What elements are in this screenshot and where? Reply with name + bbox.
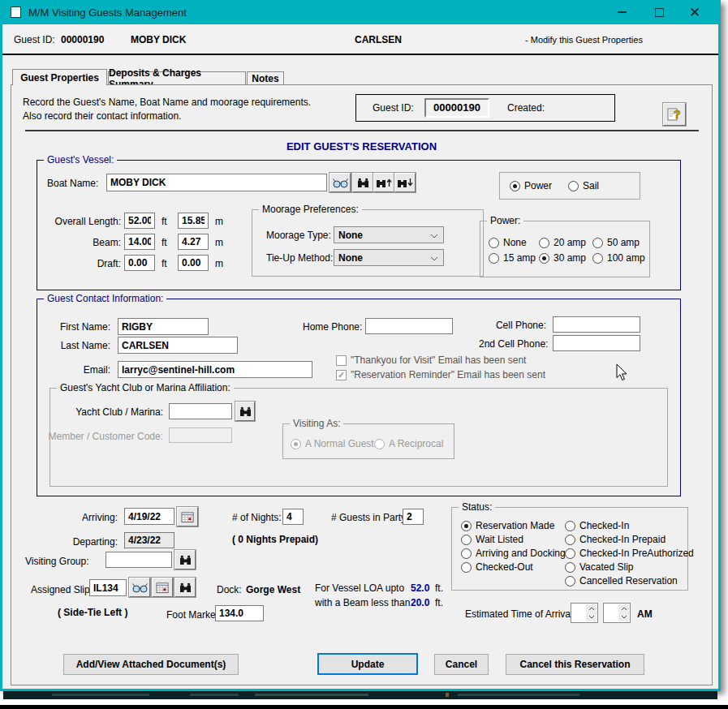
view-boat-button[interactable] [330, 173, 351, 192]
radio-status-vacated-slip[interactable]: Vacated Slip [565, 561, 634, 573]
last-name-input[interactable] [118, 337, 238, 354]
radio-power-30amp[interactable]: 30 amp [539, 252, 586, 264]
slip-calendar-button[interactable] [152, 578, 173, 597]
slip-view-button[interactable] [129, 578, 150, 597]
radio-status-arriving-docking[interactable]: Arriving and Docking [461, 548, 566, 559]
draft-label: Draft: [40, 258, 121, 269]
cell2-input[interactable] [553, 335, 640, 351]
radio-dot [568, 181, 579, 191]
power-group-label: Power: [487, 215, 523, 226]
maximize-button[interactable] [645, 0, 673, 24]
radio-sail[interactable]: Sail [568, 180, 599, 191]
yacht-club-search-button[interactable] [235, 402, 255, 421]
strip-mark [52, 694, 149, 696]
first-name-label: First Name: [37, 321, 110, 333]
radio-status-checked-in-preauthorized[interactable]: Checked-In PreAuthorized [565, 548, 694, 559]
length-m-input[interactable] [178, 213, 209, 229]
radio-dot [374, 439, 385, 449]
yacht-club-input[interactable] [169, 403, 232, 419]
beam-limit-unit: ft. [435, 597, 443, 608]
arriving-calendar-button[interactable] [177, 507, 198, 526]
radio-dot [592, 253, 603, 264]
arriving-input[interactable] [124, 508, 174, 525]
screen-edge-bar [0, 705, 728, 709]
slip-search-button[interactable] [174, 578, 196, 597]
radio-status-wait-listed[interactable]: Wait Listed [461, 534, 523, 545]
foot-marker-label: Foot Marker: [166, 609, 222, 621]
update-button[interactable]: Update [317, 653, 418, 675]
cancel-reservation-button[interactable]: Cancel this Reservation [506, 654, 644, 675]
tieup-select[interactable]: None [334, 249, 444, 266]
tab-guest-properties[interactable]: Guest Properties [12, 69, 107, 85]
search-down-button[interactable] [394, 173, 416, 192]
draft-m-input[interactable] [178, 255, 209, 271]
moorage-type-label: Moorage Type: [266, 230, 331, 241]
guests-input[interactable] [403, 509, 424, 525]
help-icon: ? [666, 106, 683, 122]
radio-normal-guest[interactable]: A Normal Guest [291, 438, 374, 449]
eta-hour-spinner[interactable] [571, 603, 598, 623]
radio-dot [461, 535, 472, 545]
boat-name-input[interactable] [106, 174, 327, 191]
email-input[interactable] [118, 361, 312, 378]
beam-m-input[interactable] [178, 234, 209, 250]
eta-minute-spinner[interactable] [603, 603, 631, 623]
strip-mark [255, 694, 368, 696]
search-up-button[interactable] [373, 173, 394, 192]
home-phone-input[interactable] [365, 318, 453, 334]
thankyou-checkbox[interactable]: "Thankyou for Visit" Email has been sent [336, 354, 526, 366]
cancel-button[interactable]: Cancel [434, 654, 489, 675]
radio-status-checked-in[interactable]: Checked-In [565, 520, 629, 531]
length-ft-input[interactable] [124, 213, 155, 229]
header-guest-id-value: 00000190 [61, 34, 104, 45]
foot-marker-input[interactable] [215, 605, 264, 621]
radio-status-reservation-made[interactable]: Reservation Made [461, 520, 554, 531]
minimize-icon [618, 11, 627, 13]
radio-power-100amp[interactable]: 100 amp [592, 252, 645, 264]
radio-power-50amp[interactable]: 50 amp [592, 237, 640, 248]
strip-mark [190, 694, 239, 696]
beam-limit-text: with a Beam less than [315, 597, 410, 608]
first-name-input[interactable] [118, 318, 209, 335]
close-button[interactable]: ✕ [681, 0, 709, 24]
visiting-group-input[interactable] [106, 552, 172, 568]
guest-id-box: Guest ID: 00000190 Created: [355, 94, 615, 122]
radio-power[interactable]: Power [510, 180, 552, 191]
beam-ft-unit: ft [162, 237, 167, 248]
tab-deposits-charges[interactable]: Deposits & Charges Summary [108, 71, 246, 85]
help-button[interactable]: ? [663, 103, 686, 126]
tab-notes[interactable]: Notes [247, 71, 284, 85]
radio-power-20amp[interactable]: 20 amp [539, 237, 586, 248]
attach-documents-button[interactable]: Add/View Attached Document(s) [63, 654, 239, 675]
spinner-arrows[interactable] [586, 604, 597, 621]
radio-power-none[interactable]: None [489, 237, 527, 248]
minimize-button[interactable] [608, 0, 635, 24]
glasses-icon [131, 582, 149, 593]
radio-status-checked-in-prepaid[interactable]: Checked-In Prepaid [565, 534, 666, 545]
search-boat-button[interactable] [352, 173, 373, 192]
reminder-checkbox[interactable]: "Reservation Reminder" Email has been se… [336, 369, 545, 380]
radio-power-15amp[interactable]: 15 amp [489, 252, 536, 264]
window-title: M/M Visiting Guests Management [28, 6, 187, 19]
dock-label: Dock: [217, 584, 242, 595]
loa-value: 52.0 [411, 582, 429, 594]
draft-ft-input[interactable] [124, 255, 155, 271]
binoculars-up-icon [376, 177, 393, 188]
binoculars-down-icon [397, 177, 414, 188]
assigned-slip-input[interactable] [89, 579, 127, 596]
spinner-arrows[interactable] [618, 604, 629, 621]
radio-status-cancelled-reservation[interactable]: Cancelled Reservation [565, 575, 678, 587]
cell-phone-input[interactable] [553, 316, 640, 333]
moorage-type-select[interactable]: None [334, 226, 444, 243]
radio-dot [489, 238, 499, 248]
email-label: Email: [37, 364, 110, 376]
eta-ampm: AM [637, 608, 653, 620]
radio-reciprocal[interactable]: A Reciprocal [374, 438, 443, 449]
beam-label: Beam: [40, 237, 121, 248]
guest-id-box-label: Guest ID: [373, 102, 414, 114]
nights-input[interactable] [282, 509, 304, 525]
radio-status-checked-out[interactable]: Checked-Out [461, 561, 533, 573]
visiting-group-search-button[interactable] [174, 550, 196, 569]
member-code-input [169, 428, 232, 443]
beam-ft-input[interactable] [124, 234, 155, 250]
